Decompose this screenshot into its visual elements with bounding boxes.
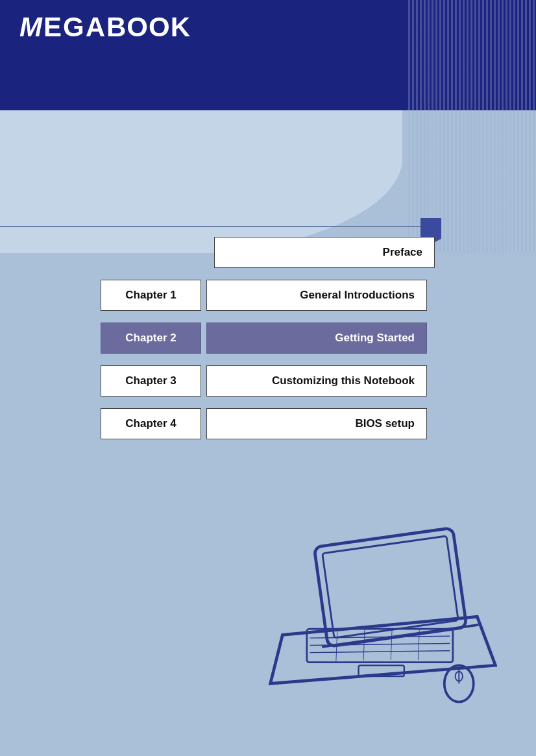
chapter-2-label: Chapter 2 xyxy=(125,332,176,345)
svg-line-8 xyxy=(310,651,450,653)
logo-area: MEGABOOK xyxy=(19,12,191,43)
chapter-3-title: Customizing this Notebook xyxy=(272,374,415,387)
chapter-4-title-box[interactable]: BIOS setup xyxy=(206,408,427,439)
arc-decoration xyxy=(0,110,536,253)
chapter-2-title: Getting Started xyxy=(335,332,415,345)
header-stripes-decoration xyxy=(406,0,536,110)
preface-label: Preface xyxy=(383,246,422,259)
arc-shape xyxy=(0,110,402,253)
preface-box[interactable]: Preface xyxy=(214,237,435,268)
toc-container: Preface Chapter 1 General Introductions … xyxy=(101,237,435,451)
laptop-illustration xyxy=(250,522,497,717)
chapter-3-label-box[interactable]: Chapter 3 xyxy=(101,365,201,396)
preface-row: Preface xyxy=(101,237,435,268)
chapter-2-label-box[interactable]: Chapter 2 xyxy=(101,323,201,354)
chapter-4-label: Chapter 4 xyxy=(125,417,176,430)
chapter-1-title-box[interactable]: General Introductions xyxy=(206,280,427,311)
main-area: Preface Chapter 1 General Introductions … xyxy=(0,110,536,756)
chapter-2-title-box[interactable]: Getting Started xyxy=(206,323,427,354)
chapter-row-1: Chapter 1 General Introductions xyxy=(101,280,435,311)
chapter-3-label: Chapter 3 xyxy=(125,374,176,387)
chapter-3-title-box[interactable]: Customizing this Notebook xyxy=(206,365,427,396)
logo: MEGABOOK xyxy=(19,12,191,42)
chapter-4-label-box[interactable]: Chapter 4 xyxy=(101,408,201,439)
svg-rect-2 xyxy=(323,536,459,638)
chapter-row-2: Chapter 2 Getting Started xyxy=(101,323,435,354)
chapter-1-title: General Introductions xyxy=(300,289,415,302)
chapter-4-title: BIOS setup xyxy=(355,417,415,430)
chapter-1-label-box[interactable]: Chapter 1 xyxy=(101,280,201,311)
chapter-row-4: Chapter 4 BIOS setup xyxy=(101,408,435,439)
separator-line xyxy=(0,226,435,227)
chapter-1-label: Chapter 1 xyxy=(125,289,176,302)
header: MEGABOOK xyxy=(0,0,536,110)
chapter-row-3: Chapter 3 Customizing this Notebook xyxy=(101,365,435,396)
laptop-svg xyxy=(250,522,497,717)
